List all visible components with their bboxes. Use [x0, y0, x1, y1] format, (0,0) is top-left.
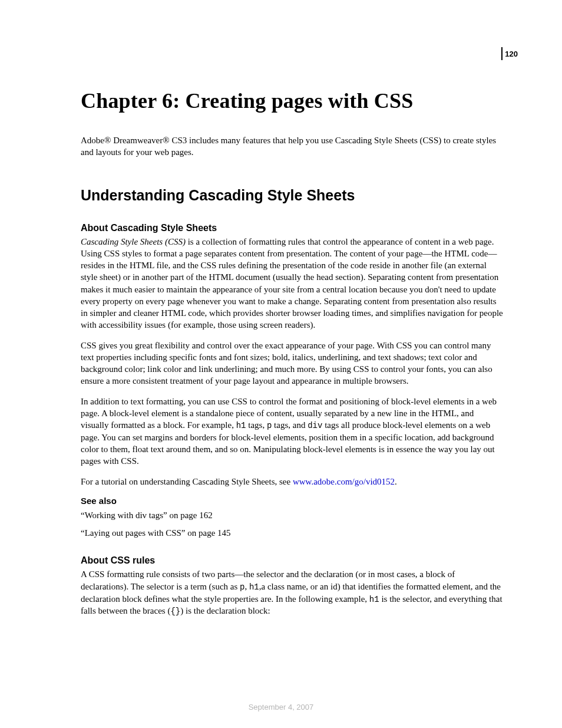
footer-date: September 4, 2007	[0, 703, 562, 711]
body-paragraph: A CSS formatting rule consists of two pa…	[81, 568, 503, 617]
page-number: 120	[505, 50, 518, 58]
body-text: tags, and	[272, 420, 308, 430]
chapter-title: Chapter 6: Creating pages with CSS	[81, 88, 503, 113]
subsection-title-about-css: About Cascading Style Sheets	[81, 223, 503, 233]
body-text: ) is the declaration block:	[180, 606, 270, 615]
subsection-title-about-css-rules: About CSS rules	[81, 555, 503, 566]
cross-reference: “Working with div tags” on page 162	[81, 509, 503, 521]
body-text: is a collection of formatting rules that…	[81, 237, 503, 330]
tutorial-link[interactable]: www.adobe.com/go/vid0152	[293, 477, 395, 486]
section-title: Understanding Cascading Style Sheets	[81, 187, 503, 204]
chapter-intro-paragraph: Adobe® Dreamweaver® CS3 includes many fe…	[81, 134, 503, 159]
inline-code: h1	[249, 582, 259, 592]
body-paragraph: For a tutorial on understanding Cascadin…	[81, 476, 503, 487]
page: 120 Chapter 6: Creating pages with CSS A…	[0, 0, 562, 728]
body-paragraph: CSS gives you great flexibility and cont…	[81, 340, 503, 387]
body-text: ,	[244, 582, 249, 591]
body-text: tags,	[246, 420, 267, 430]
inline-code: div	[308, 421, 322, 430]
body-paragraph: Cascading Style Sheets (CSS) is a collec…	[81, 236, 503, 331]
page-number-rule	[501, 47, 503, 60]
inline-code: {}	[170, 607, 180, 616]
subsection-block: About CSS rules A CSS formatting rule co…	[81, 555, 503, 617]
page-number-area: 120	[501, 47, 518, 60]
body-text: For a tutorial on understanding Cascadin…	[81, 477, 293, 486]
see-also-heading: See also	[81, 496, 503, 506]
inline-code: h1	[369, 595, 379, 604]
lead-term-italic: Cascading Style Sheets (CSS)	[81, 237, 186, 246]
body-paragraph: In addition to text formatting, you can …	[81, 396, 503, 467]
body-text: .	[395, 477, 397, 486]
inline-code: h1	[236, 421, 246, 430]
cross-reference: “Laying out pages with CSS” on page 145	[81, 527, 503, 539]
